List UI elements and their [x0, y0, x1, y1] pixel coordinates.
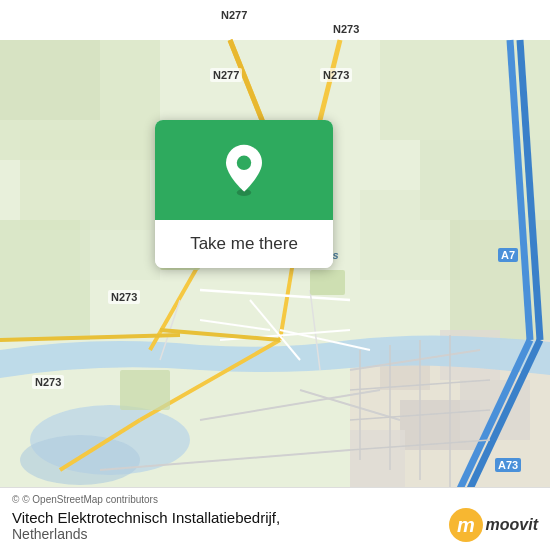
map-background [0, 0, 550, 550]
road-label-n273-left: N273 [108, 290, 140, 304]
take-me-there-button[interactable]: Take me there [155, 220, 333, 268]
svg-text:m: m [457, 514, 475, 536]
moovit-logo: m moovit [449, 508, 538, 542]
road-label-n273-top: N273 [330, 22, 362, 36]
copyright-icon: © [12, 494, 19, 505]
popup-header [155, 120, 333, 220]
attribution-text: © OpenStreetMap contributors [22, 494, 158, 505]
road-label-n277-mid: N277 [210, 68, 242, 82]
attribution: © © OpenStreetMap contributors [12, 494, 538, 505]
road-label-n273-mid: N273 [320, 68, 352, 82]
road-label-n277-top: N277 [218, 8, 250, 22]
moovit-m-icon: m [449, 508, 483, 542]
road-label-a73-br: A73 [495, 458, 521, 472]
svg-point-53 [237, 156, 251, 170]
road-label-n273-bl: N273 [32, 375, 64, 389]
svg-rect-15 [350, 430, 405, 490]
map-container: N277 N273 N277 N273 Maas N273 N273 A7 A7… [0, 0, 550, 550]
road-label-a7: A7 [498, 248, 518, 262]
location-pin-icon [217, 143, 271, 197]
location-popup: Take me there [155, 120, 333, 268]
svg-rect-8 [360, 190, 460, 280]
svg-rect-50 [310, 270, 345, 295]
svg-rect-51 [120, 370, 170, 410]
svg-point-17 [20, 435, 140, 485]
moovit-text: moovit [486, 516, 538, 534]
bottom-bar: © © OpenStreetMap contributors Vitech El… [0, 487, 550, 550]
svg-rect-4 [0, 220, 90, 340]
svg-rect-5 [80, 200, 160, 280]
svg-rect-2 [0, 40, 100, 120]
